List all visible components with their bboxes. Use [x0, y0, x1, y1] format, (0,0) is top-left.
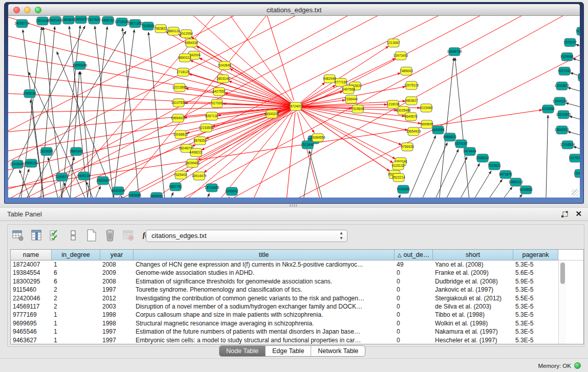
table-cell-in_degree[interactable]: 2: [52, 286, 100, 294]
delete-column-button[interactable]: [103, 229, 117, 242]
graph-edge[interactable]: [285, 113, 295, 198]
table-cell-in_degree[interactable]: 2: [52, 294, 100, 302]
table-cell-title[interactable]: Estimation of the future numbers of pati…: [134, 327, 395, 336]
graph-node[interactable]: 9860124: [167, 27, 180, 35]
graph-node[interactable]: 8878352: [193, 137, 207, 145]
graph-node[interactable]: 29053346: [73, 61, 88, 70]
graph-node[interactable]: 16648784: [447, 48, 462, 56]
graph-node[interactable]: 2935114: [476, 154, 489, 162]
close-window-button[interactable]: [13, 7, 20, 13]
select-columns-button[interactable]: [30, 229, 43, 242]
graph-edge[interactable]: [566, 103, 580, 111]
graph-node[interactable]: 7932621: [488, 162, 501, 170]
graph-node[interactable]: 8958923: [443, 133, 456, 141]
graph-node[interactable]: 9886342: [70, 147, 83, 156]
table-row[interactable]: 946554611997Estimation of the future num…: [11, 327, 583, 336]
graph-node[interactable]: 1210354: [577, 73, 580, 81]
table-cell-pagerank[interactable]: 5.6E-5: [513, 269, 558, 277]
graph-node[interactable]: 9756928: [401, 143, 414, 151]
graph-node[interactable]: 18724007: [289, 102, 303, 111]
network-window-titlebar[interactable]: citations_edges.txt: [8, 4, 580, 16]
graph-node[interactable]: 4498222: [189, 148, 203, 157]
graph-node[interactable]: 9890312: [178, 54, 191, 62]
graph-node[interactable]: 1654334: [185, 39, 198, 47]
graph-node[interactable]: 8931904: [112, 187, 125, 195]
graph-node[interactable]: 9733426: [397, 185, 410, 193]
table-cell-short[interactable]: Tibbo et al. (1998): [433, 311, 513, 319]
column-header-year[interactable]: year: [100, 250, 134, 260]
graph-node[interactable]: 5912954: [180, 30, 193, 38]
table-cell-pagerank[interactable]: 5.3E-5: [513, 327, 558, 336]
table-cell-in_degree[interactable]: 1: [52, 260, 100, 269]
table-cell-out_de[interactable]: 0: [395, 311, 433, 319]
graph-edge[interactable]: [568, 87, 580, 95]
row-height-button[interactable]: [67, 229, 80, 242]
table-cell-out_de[interactable]: 0: [395, 327, 433, 336]
graph-node[interactable]: 10654112: [509, 178, 524, 186]
graph-edge[interactable]: [218, 197, 229, 198]
table-row[interactable]: 1938455462009Genome-wide association stu…: [11, 269, 583, 277]
table-cell-title[interactable]: Changes of HCN gene expression and I(f) …: [134, 260, 395, 269]
graph-edge[interactable]: [573, 59, 580, 66]
graph-node[interactable]: 12444154: [553, 97, 568, 105]
graph-edge[interactable]: [254, 47, 580, 198]
tab-edge-table[interactable]: Edge Table: [266, 346, 311, 356]
table-cell-name[interactable]: 14569117: [11, 302, 52, 311]
table-cell-title[interactable]: Disruption of a novel member of a sodium…: [134, 302, 395, 311]
graph-edge[interactable]: [576, 45, 580, 52]
graph-node[interactable]: 9699695: [420, 120, 433, 128]
table-cell-name[interactable]: 9115460: [11, 286, 52, 294]
graph-node[interactable]: 2718126: [177, 68, 190, 76]
graph-node[interactable]: 19384554: [311, 134, 325, 142]
table-cell-name[interactable]: 18300295: [11, 277, 52, 286]
graph-node[interactable]: 16099481: [185, 159, 200, 167]
table-cell-short[interactable]: Jankovic et al. (1997): [433, 286, 513, 294]
graph-edge[interactable]: [244, 112, 293, 198]
table-settings-button[interactable]: [11, 229, 25, 242]
graph-node[interactable]: 2190571: [55, 173, 69, 181]
graph-node[interactable]: 9857791: [169, 183, 182, 191]
graph-edge[interactable]: [230, 69, 290, 103]
table-cell-year[interactable]: 2003: [100, 302, 134, 311]
graph-edge[interactable]: [223, 16, 292, 101]
destroy-table-button[interactable]: [122, 229, 135, 242]
graph-node[interactable]: 7515526: [141, 22, 155, 30]
graph-edge[interactable]: [300, 146, 313, 198]
table-cell-year[interactable]: 2009: [100, 269, 134, 277]
graph-node[interactable]: 16914479: [192, 172, 207, 180]
table-cell-pagerank[interactable]: 5.3E-5: [513, 302, 558, 311]
graph-node[interactable]: 7515608: [351, 105, 364, 113]
graph-node[interactable]: 9649576: [404, 113, 418, 121]
table-cell-short[interactable]: Dudbridge et al. (2008): [433, 277, 513, 286]
table-scrollbar[interactable]: [558, 260, 566, 344]
column-header-title[interactable]: title: [134, 250, 395, 260]
graph-node[interactable]: 1513446: [301, 141, 314, 149]
table-cell-pagerank[interactable]: 5.3E-5: [513, 319, 558, 327]
graph-edge[interactable]: [8, 16, 315, 169]
graph-node[interactable]: 2309146: [36, 17, 49, 25]
graph-node[interactable]: 9227343: [558, 67, 571, 75]
graph-node[interactable]: 10653257: [74, 16, 89, 24]
table-cell-pagerank[interactable]: 5.3E-5: [513, 311, 558, 319]
graph-node[interactable]: 1106753: [574, 169, 580, 178]
table-cell-in_degree[interactable]: 1: [52, 319, 100, 327]
graph-node[interactable]: 2962063: [96, 177, 110, 185]
table-cell-name[interactable]: 9463627: [11, 336, 52, 344]
graph-edge[interactable]: [487, 187, 512, 198]
close-panel-icon[interactable]: ✕: [575, 209, 582, 218]
graph-node[interactable]: 7625402: [174, 171, 187, 179]
table-cell-year[interactable]: 1997: [100, 286, 134, 294]
table-cell-out_de[interactable]: 0: [395, 269, 433, 277]
graph-node[interactable]: 23206650: [10, 160, 25, 168]
table-cell-pagerank[interactable]: 5.9E-5: [513, 277, 558, 286]
graph-node[interactable]: 1213967: [387, 39, 400, 47]
graph-node[interactable]: 9177314: [576, 27, 580, 35]
graph-edge[interactable]: [141, 16, 540, 198]
column-header-out_de[interactable]: △out_de…: [395, 250, 433, 260]
graph-node[interactable]: 2336444: [344, 95, 358, 103]
graph-node[interactable]: 13654923: [406, 127, 421, 136]
graph-node[interactable]: 19166825: [173, 130, 188, 139]
tab-network-table[interactable]: Network Table: [311, 346, 365, 356]
table-chooser-dropdown[interactable]: citations_edges.txt ▲▼: [146, 230, 347, 242]
table-cell-year[interactable]: 1997: [100, 327, 134, 336]
